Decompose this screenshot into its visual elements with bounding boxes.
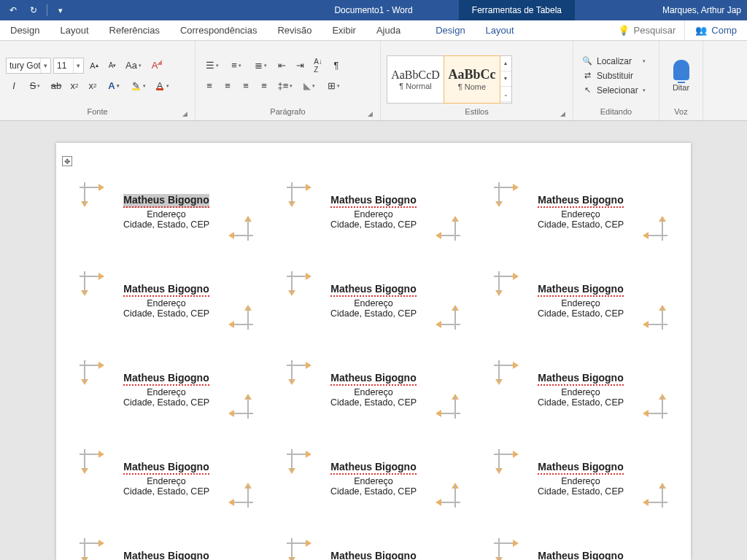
label-address[interactable]: Endereço [147,298,186,308]
label-name[interactable]: Matheus Bigogno [123,550,209,561]
table-move-handle[interactable]: ✥ [62,156,72,166]
show-marks-button[interactable]: ¶ [328,58,344,74]
font-size-combo[interactable]: 11▾ [53,58,84,74]
label-address[interactable]: Endereço [354,298,393,308]
labels-table[interactable]: Matheus BigognoEndereçoCidade, Estado, C… [69,172,678,560]
label-name[interactable]: Matheus Bigogno [538,372,623,386]
subscript-button[interactable]: x2 [66,78,82,94]
select-button[interactable]: ↖Selecionar▾ [579,84,649,97]
line-spacing-button[interactable]: ‡≡▾ [274,78,296,94]
styles-gallery-expand[interactable]: ▴▾⌄ [500,56,511,103]
label-city[interactable]: Cidade, Estado, CEP [538,308,624,319]
decrease-indent-button[interactable]: ⇤ [274,58,290,74]
label-city[interactable]: Cidade, Estado, CEP [123,219,209,230]
label-address[interactable]: Endereço [561,298,600,308]
label-city[interactable]: Cidade, Estado, CEP [330,486,417,497]
label-name[interactable]: Matheus Bigogno [123,461,209,475]
label-cell[interactable]: Matheus BigognoEndereçoCidade, Estado, C… [484,350,678,429]
label-city[interactable]: Cidade, Estado, CEP [538,486,624,497]
replace-button[interactable]: ⇄Substituir [579,69,649,82]
justify-button[interactable]: ≡ [256,78,272,94]
label-name[interactable]: Matheus Bigogno [123,194,209,208]
styles-dialog-launcher[interactable]: ◢ [558,110,567,119]
label-address[interactable]: Endereço [354,476,393,486]
font-dialog-launcher[interactable]: ◢ [180,110,189,119]
increase-indent-button[interactable]: ⇥ [292,58,308,74]
numbering-button[interactable]: ≡▾ [225,58,247,74]
label-name[interactable]: Matheus Bigogno [123,372,209,386]
tab-table-layout[interactable]: Layout [476,20,525,40]
grow-font-button[interactable]: A▴ [86,58,102,74]
align-center-button[interactable]: ≡ [220,78,236,94]
label-cell[interactable]: Matheus BigognoEndereçoCidade, Estado, C… [69,261,263,340]
label-name[interactable]: Matheus Bigogno [538,461,623,475]
tab-table-design[interactable]: Design [425,20,475,40]
label-city[interactable]: Cidade, Estado, CEP [123,397,209,408]
style-normal[interactable]: AaBbCcD ¶ Normal [387,56,444,103]
align-left-button[interactable]: ≡ [201,78,217,94]
tell-me-search[interactable]: 💡 Pesquisar [609,20,685,40]
strikethrough-button[interactable]: S▾ [24,78,46,94]
label-address[interactable]: Endereço [147,476,186,486]
label-cell[interactable]: Matheus BigognoEndereçoCidade, Estado, C… [276,261,471,340]
label-cell[interactable]: Matheus BigognoEndereçoCidade, Estado, C… [276,172,471,251]
double-strike-button[interactable]: ab [48,78,64,94]
label-address[interactable]: Endereço [561,209,600,219]
label-cell[interactable]: Matheus BigognoEndereçoCidade, Estado, C… [276,350,471,429]
undo-button[interactable]: ↶ [4,1,22,19]
label-name[interactable]: Matheus Bigogno [330,461,416,475]
align-right-button[interactable]: ≡ [238,78,254,94]
label-name[interactable]: Matheus Bigogno [538,283,623,297]
label-cell[interactable]: Matheus BigognoEndereçoCidade, Estado, C… [484,172,678,251]
label-address[interactable]: Endereço [561,387,600,397]
label-city[interactable]: Cidade, Estado, CEP [330,219,417,230]
label-city[interactable]: Cidade, Estado, CEP [123,486,209,497]
tab-view[interactable]: Exibir [322,20,366,40]
label-cell[interactable]: Matheus BigognoEndereçoCidade, Estado, C… [69,528,263,560]
label-name[interactable]: Matheus Bigogno [330,550,416,561]
label-cell[interactable]: Matheus BigognoEndereçoCidade, Estado, C… [69,172,263,251]
tab-design[interactable]: Design [0,20,50,40]
sort-button[interactable]: A↓Z [310,58,326,74]
shading-button[interactable]: ◣▾ [298,78,320,94]
label-name[interactable]: Matheus Bigogno [330,194,416,208]
dictate-button[interactable]: Ditar [665,60,697,92]
label-city[interactable]: Cidade, Estado, CEP [538,219,624,230]
highlight-button[interactable]: ✎▾ [127,78,149,94]
label-name[interactable]: Matheus Bigogno [330,372,416,386]
text-effects-button[interactable]: A▾ [103,78,125,94]
label-cell[interactable]: Matheus BigognoEndereçoCidade, Estado, C… [69,350,263,429]
tab-mailings[interactable]: Correspondências [170,20,268,40]
italic-button[interactable]: I [6,78,22,94]
tab-layout[interactable]: Layout [50,20,98,40]
tab-help[interactable]: Ajuda [366,20,411,40]
label-cell[interactable]: Matheus BigognoEndereçoCidade, Estado, C… [69,439,263,518]
shrink-font-button[interactable]: A▾ [104,58,120,74]
font-color-button[interactable]: A▾ [151,78,173,94]
label-cell[interactable]: Matheus BigognoEndereçoCidade, Estado, C… [276,528,471,560]
repeat-button[interactable]: ↻ [25,1,42,19]
find-button[interactable]: 🔍Localizar▾ [579,55,649,68]
label-address[interactable]: Endereço [147,209,186,219]
superscript-button[interactable]: x2 [85,78,101,94]
label-city[interactable]: Cidade, Estado, CEP [538,397,624,408]
label-address[interactable]: Endereço [561,476,600,486]
style-nome[interactable]: AaBbCc ¶ Nome [444,55,500,104]
label-name[interactable]: Matheus Bigogno [538,550,623,561]
change-case-button[interactable]: Aa▾ [123,58,144,74]
page[interactable]: ✥ Matheus BigognoEndereçoCidade, Estado,… [56,143,691,560]
borders-button[interactable]: ⊞▾ [322,78,344,94]
label-cell[interactable]: Matheus BigognoEndereçoCidade, Estado, C… [276,439,471,518]
font-name-combo[interactable]: tury Gotl▾ [6,58,51,74]
share-button[interactable]: 👥 Comp [684,20,747,40]
label-name[interactable]: Matheus Bigogno [330,283,416,297]
label-city[interactable]: Cidade, Estado, CEP [330,308,417,319]
clear-formatting-button[interactable]: A◢ [147,58,163,74]
label-address[interactable]: Endereço [147,387,186,397]
label-address[interactable]: Endereço [354,209,393,219]
paragraph-dialog-launcher[interactable]: ◢ [365,110,374,119]
label-cell[interactable]: Matheus BigognoEndereçoCidade, Estado, C… [484,261,678,340]
document-area[interactable]: ✥ Matheus BigognoEndereçoCidade, Estado,… [0,121,747,560]
qat-customise[interactable]: ▾ [52,1,69,19]
label-address[interactable]: Endereço [354,387,393,397]
